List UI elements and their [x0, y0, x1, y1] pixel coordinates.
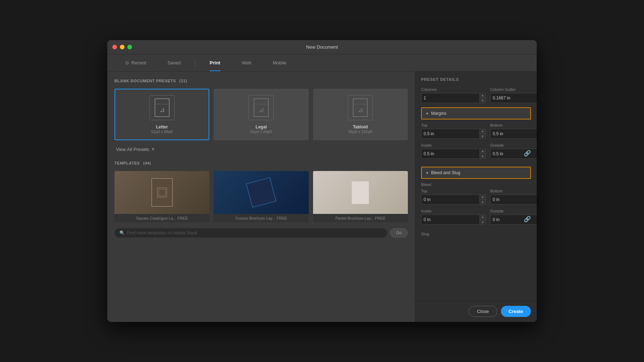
- bleed-top-down[interactable]: ▼: [480, 200, 486, 205]
- templates-grid: Square Catalogue La... FREE Course Broch…: [114, 171, 408, 222]
- bleed-top-value[interactable]: [421, 197, 479, 202]
- preset-details-header: PRESET DETAILS: [421, 77, 531, 82]
- margin-top-value[interactable]: [421, 131, 479, 136]
- columns-up[interactable]: ▲: [480, 93, 486, 98]
- bleed-top-label: Top: [421, 189, 486, 193]
- bleed-outside-label: Outside: [490, 209, 537, 213]
- template-label-3: Pastel Brochure Lay... FREE: [313, 214, 408, 222]
- margin-inside-field: Inside ▲ ▼: [421, 143, 486, 159]
- view-all-presets-button[interactable]: View All Presets +: [114, 146, 408, 152]
- margins-section-toggle[interactable]: ▼ Margins: [421, 107, 531, 119]
- bleed-top-up[interactable]: ▲: [480, 195, 486, 200]
- margin-inside-input[interactable]: ▲ ▼: [421, 149, 486, 159]
- margin-bottom-input[interactable]: ▲ ▼: [490, 129, 537, 139]
- close-button[interactable]: [112, 45, 117, 49]
- left-panel: BLANK DOCUMENT PRESETS (11) ⊿ Letter: [107, 72, 415, 322]
- preset-card-letter[interactable]: ⊿ Letter 51p0 x 66p0: [114, 89, 209, 140]
- column-gutter-input[interactable]: ▲ ▼: [490, 93, 537, 103]
- svg-text:⊿: ⊿: [358, 106, 363, 113]
- bleed-slug-label: Bleed and Slug: [431, 170, 460, 175]
- margin-inside-label: Inside: [421, 143, 486, 147]
- tab-print[interactable]: Print: [199, 54, 231, 71]
- clock-icon: ⊙: [125, 60, 129, 65]
- window-title: New Document: [306, 44, 338, 50]
- bleed-top-bottom-row: Top ▲ ▼ Bottom ▲ ▼: [421, 189, 531, 205]
- margin-inside-up[interactable]: ▲: [480, 149, 486, 154]
- bleed-link-icon[interactable]: 🔗: [524, 216, 531, 222]
- margin-top-label: Top: [421, 123, 486, 127]
- bleed-inside-input[interactable]: ▲ ▼: [421, 215, 486, 225]
- preset-card-tabloid[interactable]: ⊿ Tabloid 66p0 x 102p0: [313, 89, 408, 140]
- margin-outside-label: Outside: [490, 143, 537, 147]
- margin-top-field: Top ▲ ▼: [421, 123, 486, 139]
- bleed-bottom-value[interactable]: [491, 197, 537, 202]
- preset-label-letter: Letter 51p0 x 66p0: [151, 124, 173, 134]
- svg-rect-10: [159, 189, 165, 196]
- margins-link-icon[interactable]: 🔗: [524, 150, 531, 157]
- tab-divider: [195, 59, 195, 67]
- bleed-inside-down[interactable]: ▼: [480, 220, 486, 225]
- traffic-lights: [112, 45, 132, 49]
- columns-field: Columns ▲ ▼: [421, 87, 486, 103]
- tab-recent[interactable]: ⊙ Recent: [114, 54, 157, 71]
- main-content: BLANK DOCUMENT PRESETS (11) ⊿ Letter: [107, 72, 537, 322]
- margin-top-down[interactable]: ▼: [480, 134, 486, 139]
- margins-inside-outside-row: Inside ▲ ▼ Outside ▲: [421, 143, 531, 159]
- bleed-inside-value[interactable]: [421, 217, 479, 222]
- new-document-window: New Document ⊙ Recent Saved Print Web Mo…: [107, 40, 537, 322]
- bleed-slug-section-toggle[interactable]: ▼ Bleed and Slug: [421, 167, 531, 179]
- preset-card-legal[interactable]: ⊿ Legal 51p0 x 84p0: [214, 89, 308, 140]
- svg-text:⊿: ⊿: [159, 106, 165, 113]
- right-panel: PRESET DETAILS Columns ▲ ▼ Column Gutter: [415, 72, 537, 322]
- columns-value[interactable]: [421, 96, 479, 101]
- svg-text:⊿: ⊿: [258, 106, 264, 113]
- columns-label: Columns: [421, 87, 486, 92]
- margins-top-bottom-row: Top ▲ ▼ Bottom ▲ ▼: [421, 123, 531, 139]
- tab-mobile[interactable]: Mobile: [262, 54, 297, 71]
- bleed-section-label: Bleed: [421, 182, 531, 187]
- column-gutter-label: Column Gutter: [490, 87, 537, 92]
- search-bar: 🔍 Find more templates on Adobe Stock Go: [114, 228, 408, 238]
- slug-label: Slug: [421, 232, 531, 236]
- navigation-tabs: ⊙ Recent Saved Print Web Mobile: [107, 54, 537, 72]
- preset-label-tabloid: Tabloid 66p0 x 102p0: [348, 124, 372, 134]
- preset-icon-letter: ⊿: [150, 95, 175, 120]
- bleed-inside-up[interactable]: ▲: [480, 215, 486, 220]
- tab-web[interactable]: Web: [231, 54, 262, 71]
- minimize-button[interactable]: [120, 45, 125, 49]
- margin-bottom-field: Bottom ▲ ▼: [490, 123, 537, 139]
- search-icon: 🔍: [119, 230, 125, 235]
- maximize-button[interactable]: [127, 45, 132, 49]
- tab-saved[interactable]: Saved: [157, 54, 191, 71]
- footer-buttons: Close Create: [415, 300, 537, 322]
- bleed-inside-field: Inside ▲ ▼: [421, 209, 486, 225]
- preset-label-legal: Legal 51p0 x 84p0: [250, 124, 272, 134]
- template-label-2: Course Brochure Lay... FREE: [214, 214, 308, 222]
- bleed-slug-chevron-icon: ▼: [425, 171, 429, 175]
- template-card-1[interactable]: Square Catalogue La... FREE: [114, 171, 209, 222]
- template-thumb-3: [313, 171, 408, 214]
- margin-top-input[interactable]: ▲ ▼: [421, 129, 486, 139]
- close-button[interactable]: Close: [469, 306, 497, 317]
- bleed-bottom-label: Bottom: [490, 189, 537, 193]
- columns-input[interactable]: ▲ ▼: [421, 93, 486, 103]
- template-card-3[interactable]: Pastel Brochure Lay... FREE: [313, 171, 408, 222]
- margin-inside-value[interactable]: [421, 151, 479, 156]
- title-bar: New Document: [107, 40, 537, 54]
- bleed-top-field: Top ▲ ▼: [421, 189, 486, 205]
- margin-top-up[interactable]: ▲: [480, 129, 486, 134]
- template-thumb-2: [214, 171, 308, 214]
- columns-down[interactable]: ▼: [480, 98, 486, 103]
- template-thumb-1: [114, 171, 209, 214]
- column-gutter-value[interactable]: [491, 96, 537, 101]
- columns-spinners: ▲ ▼: [479, 93, 486, 103]
- columns-row: Columns ▲ ▼ Column Gutter ▲: [421, 87, 531, 103]
- bleed-bottom-input[interactable]: ▲ ▼: [490, 195, 537, 205]
- bleed-top-input[interactable]: ▲ ▼: [421, 195, 486, 205]
- create-button[interactable]: Create: [501, 306, 531, 317]
- margin-inside-down[interactable]: ▼: [480, 154, 486, 159]
- margin-bottom-value[interactable]: [491, 131, 537, 136]
- template-card-2[interactable]: Course Brochure Lay... FREE: [214, 171, 308, 222]
- go-button[interactable]: Go: [390, 228, 408, 238]
- preset-icon-tabloid: ⊿: [348, 95, 373, 120]
